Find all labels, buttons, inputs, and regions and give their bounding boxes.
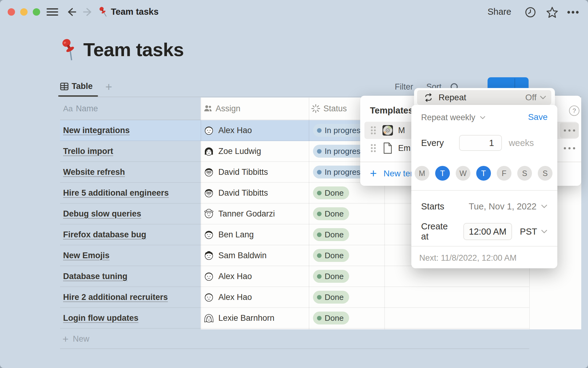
table-row[interactable]: Database tuning Alex Hao Done [60, 266, 529, 287]
assignee-cell[interactable]: Alex Hao [203, 287, 304, 307]
status-badge[interactable]: Done [313, 228, 349, 241]
task-name-cell[interactable]: Hire 5 additional engineers [63, 183, 198, 203]
status-badge[interactable]: Done [313, 312, 349, 324]
add-view-button[interactable]: + [105, 80, 112, 94]
timezone-dropdown[interactable]: PST [520, 227, 537, 237]
start-date-dropdown[interactable]: Tue, Nov 1, 2022 [469, 201, 537, 212]
window-close-button[interactable] [8, 8, 15, 16]
assignee-cell[interactable]: Ben Lang [203, 224, 304, 245]
assignee-name: Alex Hao [218, 126, 252, 135]
assignee-cell[interactable]: Alex Hao [203, 266, 304, 286]
assignee-cell[interactable]: Sam Baldwin [203, 245, 304, 266]
assignee-cell[interactable]: Tanner Godarzi [203, 204, 304, 224]
interval-input[interactable]: 1 [459, 135, 502, 151]
plus-icon: + [62, 333, 69, 345]
text-property-icon: Aa [63, 104, 73, 113]
column-divider [309, 98, 309, 329]
people-icon [203, 105, 213, 113]
template-item-label: M [398, 126, 405, 135]
menu-item-repeat[interactable]: Repeat Off [417, 90, 551, 105]
assignee-name: Sam Baldwin [218, 251, 267, 260]
assignee-cell[interactable]: Lexie Barnhorn [203, 308, 304, 328]
divider [411, 190, 557, 191]
assignee-cell[interactable]: David Tibbitts [203, 183, 304, 203]
table-row[interactable]: Login flow updates Lexie Barnhorn Done [60, 308, 529, 329]
assignee-name: David Tibbitts [218, 167, 268, 177]
task-name-cell[interactable]: New Emojis [63, 245, 198, 266]
assignee-cell[interactable]: Zoe Ludwig [203, 141, 304, 161]
status-dot [317, 212, 322, 216]
more-options-icon[interactable] [566, 6, 580, 18]
status-badge[interactable]: Done [313, 249, 349, 262]
starts-row: Starts Tue, Nov 1, 2022 [421, 198, 548, 215]
divider [411, 246, 557, 247]
column-header-assign[interactable]: Assign [203, 98, 240, 120]
task-name-cell[interactable]: New integrations [63, 120, 198, 140]
status-badge[interactable]: Done [313, 207, 349, 220]
updates-clock-icon[interactable] [524, 6, 537, 18]
create-at-row: Create at 12:00 AM PST [421, 223, 548, 240]
table-row[interactable]: Hire 2 additional recruiters Alex Hao Do… [60, 287, 529, 308]
avatar [203, 167, 214, 178]
assignee-name: Lexie Barnhorn [218, 313, 274, 323]
window-minimize-button[interactable] [20, 8, 28, 16]
avatar [203, 125, 214, 136]
window-zoom-button[interactable] [33, 8, 40, 16]
favorite-star-icon[interactable] [546, 6, 559, 18]
status-cell[interactable]: Done [313, 287, 435, 307]
help-icon[interactable]: ? [569, 105, 579, 116]
assignee-name: Ben Lang [218, 230, 254, 240]
task-name-cell[interactable]: Login flow updates [63, 308, 198, 328]
assignee-cell[interactable]: David Tibbitts [203, 162, 304, 182]
task-name-cell[interactable]: Hire 2 additional recruiters [63, 287, 198, 307]
weekday-toggle-S-6[interactable]: S [538, 166, 552, 181]
tab-table[interactable]: Table [60, 82, 93, 91]
plus-icon: + [370, 167, 377, 180]
task-name: Website refresh [63, 167, 125, 177]
column-header-name[interactable]: Aa Name [63, 98, 98, 120]
task-name-cell[interactable]: Trello import [63, 141, 198, 161]
sidebar-menu-icon[interactable] [47, 8, 58, 16]
save-button[interactable]: Save [528, 112, 548, 122]
status-spinner-icon [311, 104, 320, 113]
status-badge[interactable]: Done [313, 270, 349, 283]
page-icon-pushpin[interactable] [59, 36, 79, 63]
weekday-toggle-S-5[interactable]: S [517, 166, 532, 181]
column-divider [201, 98, 201, 329]
status-badge[interactable]: Done [313, 186, 349, 199]
forward-arrow-icon[interactable] [83, 7, 93, 17]
task-name-cell[interactable]: Firefox database bug [63, 224, 198, 245]
page-title[interactable]: Team tasks [83, 39, 184, 60]
pushpin-icon [97, 6, 108, 18]
share-button[interactable]: Share [488, 7, 511, 17]
template-item-more-icon[interactable] [560, 140, 579, 156]
task-name-cell[interactable]: Debug slow queries [63, 204, 198, 224]
avatar [203, 312, 214, 324]
back-arrow-icon[interactable] [66, 7, 77, 17]
template-item-more-icon[interactable] [560, 123, 579, 138]
filter-button[interactable]: Filter [395, 82, 413, 92]
status-dot [317, 149, 322, 154]
weekday-toggle-F-4[interactable]: F [497, 166, 511, 181]
status-badge[interactable]: Done [313, 291, 349, 304]
drag-handle-icon[interactable] [370, 125, 378, 136]
time-input[interactable]: 12:00 AM [463, 223, 512, 240]
task-name-cell[interactable]: Database tuning [63, 266, 198, 286]
column-header-status[interactable]: Status [311, 98, 347, 120]
status-cell[interactable]: Done [313, 308, 435, 328]
cd-icon [382, 125, 394, 136]
tab-table-label: Table [72, 82, 93, 91]
assignee-cell[interactable]: Alex Hao [203, 120, 304, 140]
status-cell[interactable]: Done [313, 266, 435, 286]
window-title: Team tasks [111, 7, 159, 17]
weekday-toggle-W-2[interactable]: W [456, 166, 470, 181]
frequency-dropdown[interactable]: Repeat weekly [421, 113, 486, 122]
weekday-toggle-T-1[interactable]: T [435, 166, 450, 181]
task-name-cell[interactable]: Website refresh [63, 162, 198, 182]
assignee-name: David Tibbitts [218, 188, 268, 198]
weekday-toggle-M-0[interactable]: M [415, 166, 429, 181]
weekday-toggle-T-3[interactable]: T [476, 166, 491, 181]
drag-handle-icon[interactable] [370, 143, 378, 153]
avatar [203, 250, 214, 261]
add-row-button[interactable]: + New [60, 329, 529, 349]
